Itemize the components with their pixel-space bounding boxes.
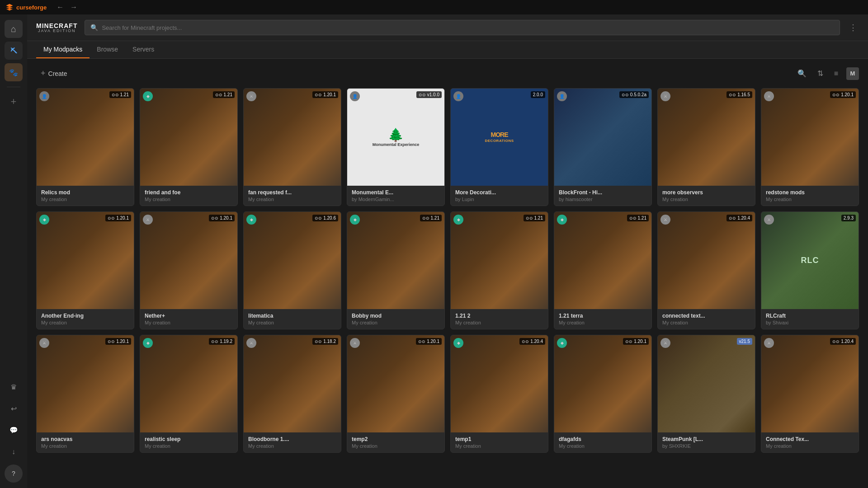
modpack-card-1-21-2[interactable]: ◆ 1.21 1.21 2 My creation: [450, 211, 548, 329]
card-title: 1.21 terra: [559, 313, 647, 319]
modpack-card-another-end-ing[interactable]: ◆ 1.20.1 Another End-ing My creation: [36, 211, 134, 329]
version-badge: 1.20.1: [830, 91, 856, 98]
version-badge: 1.20.4: [519, 338, 545, 345]
modpack-card-1-21-terra[interactable]: ◆ 1.21 1.21 terra My creation: [554, 211, 652, 329]
modpack-card-bloodborne[interactable]: ⚔ 1.18.2 Bloodborne 1.... My creation: [243, 335, 341, 453]
version-text: 1.20.4: [737, 216, 750, 221]
sidebar-item-add[interactable]: +: [5, 93, 23, 111]
type-icon: ⚔: [764, 338, 774, 348]
card-title: fan requested f...: [248, 189, 336, 196]
version-goggles: [108, 339, 115, 344]
type-icon: ◆: [557, 215, 567, 225]
version-badge: 1.21: [524, 215, 545, 221]
card-sub: My creation: [352, 443, 440, 449]
type-icon: ⚔: [350, 338, 360, 348]
version-goggles: [315, 216, 322, 221]
version-goggles: [418, 339, 425, 344]
sidebar-item-discord[interactable]: 💬: [5, 421, 23, 439]
card-sub: by Shivaxi: [766, 320, 854, 325]
search-bar[interactable]: 🔍: [85, 20, 840, 35]
modpack-card-monumental[interactable]: 🌲 Monumental Experience 👤 v1.0.0 Monumen…: [347, 88, 445, 206]
modpack-card-blockfront[interactable]: 👤 0.5.0.2a BlockFront - Hi... by hiamsco…: [554, 88, 652, 206]
modpack-card-ars-noacvas[interactable]: ⚔ 1.20.1 ars noacvas My creation: [36, 335, 134, 453]
modpack-card-more-observers[interactable]: ⚔ 1.16.5 more observers My creation: [657, 88, 755, 206]
sidebar-item-help[interactable]: ?: [5, 465, 23, 483]
version-badge: 1.21: [213, 91, 235, 98]
version-badge: 1.20.4: [830, 338, 856, 345]
version-badge: 1.20.1: [623, 338, 649, 345]
sidebar-item-minecraft[interactable]: ⛏: [5, 42, 23, 60]
version-goggles: [211, 339, 218, 344]
modpack-card-litematica[interactable]: ◆ 1.20.6 litematica My creation: [243, 211, 341, 329]
version-text: 1.20.6: [323, 216, 336, 221]
modpack-card-bobby-mod[interactable]: ◆ 1.21 Bobby mod My creation: [347, 211, 445, 329]
top-header: MINECRAFT JAVA EDITION 🔍 ⋮: [27, 14, 868, 41]
header-menu-button[interactable]: ⋮: [847, 21, 859, 34]
card-title: litematica: [248, 313, 336, 319]
modpack-card-temp1[interactable]: ◆ 1.20.4 temp1 My creation: [450, 335, 548, 453]
mc-edition: JAVA EDITION: [38, 29, 76, 33]
back-button[interactable]: ←: [55, 3, 66, 11]
version-badge: 0.5.0.2a: [619, 91, 649, 98]
type-icon: ◆: [143, 338, 153, 348]
modpack-card-nether-plus[interactable]: ⚔ 1.20.1 Nether+ My creation: [140, 211, 238, 329]
version-text: 1.20.1: [427, 339, 439, 344]
type-icon: ⚔: [660, 91, 670, 101]
card-sub: My creation: [662, 197, 750, 202]
modpack-card-more-decorations[interactable]: MORE DECORATIONS 👤 2.0.0 More Decorati..…: [450, 88, 548, 206]
type-icon: 👤: [350, 91, 360, 101]
modpack-card-friend-and-foe[interactable]: ◆ 1.21 friend and foe My creation: [140, 88, 238, 206]
card-sub: My creation: [145, 443, 233, 449]
sort-button[interactable]: ⇅: [815, 67, 826, 80]
card-title: Monumental E...: [352, 189, 440, 196]
toolbar-right: 🔍 ⇅ ≡ M: [795, 67, 859, 80]
tab-my-modpacks[interactable]: My Modpacks: [36, 41, 90, 58]
view-toggle-button[interactable]: M: [846, 67, 859, 80]
card-title: realistic sleep: [145, 436, 233, 442]
version-goggles: [419, 93, 426, 97]
toolbar: + Create 🔍 ⇅ ≡ M: [36, 66, 859, 81]
modpack-card-steampunk[interactable]: ⚔ v21.5 SteamPunk [L... by SHXRKIE: [657, 335, 755, 453]
card-title: temp1: [455, 436, 543, 442]
modpack-card-rlcraft[interactable]: RLC ⚔ 2.9.3 RLCraft by Shivaxi: [761, 211, 859, 329]
type-icon: ◆: [453, 215, 463, 225]
card-title: More Decorati...: [455, 189, 543, 196]
curseforge-logo-icon: [5, 3, 14, 11]
search-input[interactable]: [102, 24, 834, 31]
sidebar-item-download[interactable]: ↓: [5, 443, 23, 461]
version-badge: 1.20.4: [726, 215, 752, 221]
modpack-card-connected-text[interactable]: ⚔ 1.20.4 connected text... My creation: [657, 211, 755, 329]
version-goggles: [625, 339, 632, 344]
minecraft-logo: MINECRAFT JAVA EDITION: [36, 23, 77, 33]
version-badge: 1.20.1: [105, 338, 131, 345]
titlebar: curseforge ← →: [0, 0, 868, 14]
version-text: v21.5: [739, 339, 750, 344]
modpack-row-2: ◆ 1.20.1 Another End-ing My creation: [36, 211, 859, 329]
sidebar-item-login[interactable]: ↩: [5, 399, 23, 418]
type-icon: ⚔: [246, 91, 256, 101]
modpack-card-dfagafds[interactable]: ◆ 1.20.1 dfagafds My creation: [554, 335, 652, 453]
sidebar-item-crown[interactable]: ♛: [5, 378, 23, 396]
filter-button[interactable]: ≡: [831, 68, 841, 80]
modpack-card-temp2[interactable]: ⚔ 1.20.1 temp2 My creation: [347, 335, 445, 453]
modpack-card-redstone-mods[interactable]: ⚔ 1.20.1 redstone mods My creation: [761, 88, 859, 206]
search-toolbar-button[interactable]: 🔍: [795, 67, 809, 80]
card-sub: by SHXRKIE: [662, 443, 750, 449]
create-button[interactable]: + Create: [36, 66, 72, 81]
forward-button[interactable]: →: [68, 3, 79, 11]
modpack-card-connected-tex-2[interactable]: ⚔ 1.20.4 Connected Tex... My creation: [761, 335, 859, 453]
card-title: RLCraft: [766, 313, 854, 319]
modpack-card-relics-mod[interactable]: 👤 1.21 Relics mod My creation: [36, 88, 134, 206]
sidebar-item-home[interactable]: ⌂: [5, 20, 23, 38]
tab-servers[interactable]: Servers: [125, 41, 161, 58]
version-text: 1.19.2: [220, 339, 232, 344]
modpack-card-fan-requested[interactable]: ⚔ 1.20.1 fan requested f... My creation: [243, 88, 341, 206]
modpack-grid-container: 👤 1.21 Relics mod My creation ◆: [36, 88, 859, 453]
version-text: 1.21: [120, 92, 129, 97]
sidebar-item-avatar[interactable]: 🐾: [5, 63, 23, 81]
version-text: 2.0.0: [533, 92, 543, 97]
tab-browse[interactable]: Browse: [90, 41, 125, 58]
modpack-card-realistic-sleep[interactable]: ◆ 1.19.2 realistic sleep My creation: [140, 335, 238, 453]
version-goggles: [422, 216, 429, 221]
card-title: Connected Tex...: [766, 436, 854, 442]
